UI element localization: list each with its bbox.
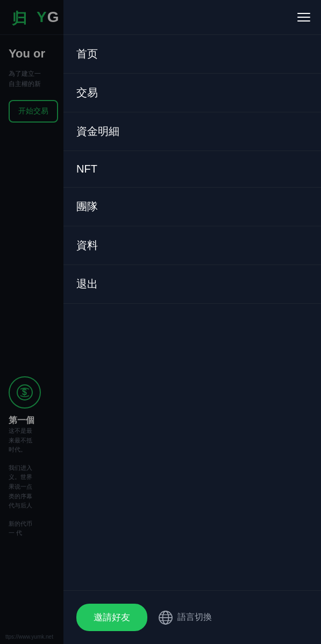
drawer-header [63,0,321,35]
nav-item-team[interactable]: 團隊 [63,188,321,226]
drawer-panel: 首页 交易 資金明細 NFT 團隊 資料 退出 邀請好友 [63,0,321,644]
hamburger-line-2 [297,17,310,18]
globe-icon [158,610,173,625]
language-switch[interactable]: 語言切換 [158,610,212,625]
drawer-overlay: 首页 交易 資金明細 NFT 團隊 資料 退出 邀請好友 [0,0,321,644]
hamburger-line-1 [297,13,310,14]
nav-item-trade[interactable]: 交易 [63,74,321,112]
nav-item-home[interactable]: 首页 [63,35,321,74]
hamburger-line-3 [297,20,310,22]
nav-item-logout[interactable]: 退出 [63,265,321,304]
nav-item-nft[interactable]: NFT [63,151,321,188]
lang-label: 語言切換 [177,612,212,623]
drawer-backdrop[interactable] [0,0,65,644]
drawer-bottom: 邀請好友 語言切換 [63,590,321,644]
nav-item-funds[interactable]: 資金明細 [63,112,321,151]
hamburger-button[interactable] [297,13,310,22]
nav-menu: 首页 交易 資金明細 NFT 團隊 資料 退出 [63,35,321,590]
invite-friends-button[interactable]: 邀請好友 [76,604,147,631]
nav-item-profile[interactable]: 資料 [63,226,321,265]
